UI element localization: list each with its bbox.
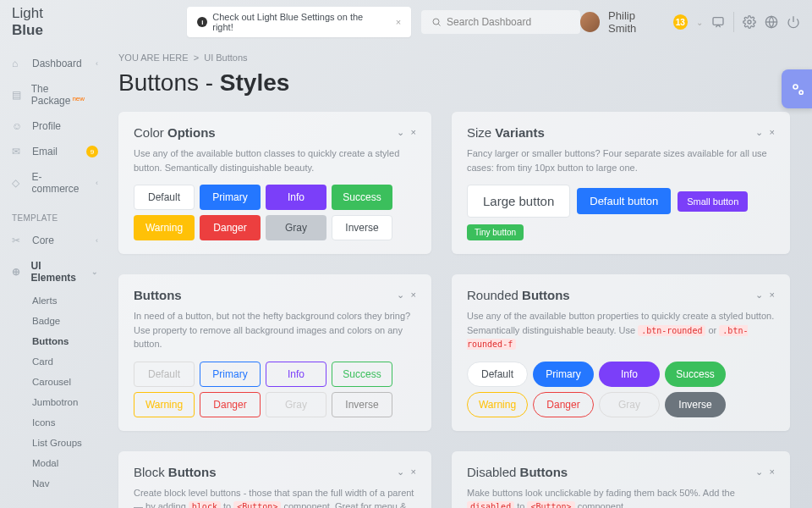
- breadcrumb: YOU ARE HERE > UI Buttons: [118, 52, 790, 63]
- svg-point-3: [748, 20, 751, 24]
- chevron-down-icon[interactable]: ⌄: [755, 290, 763, 301]
- chevron-left-icon: ‹: [96, 59, 98, 68]
- sidebar-section-header: TEMPLATE: [0, 202, 110, 228]
- info-round-button[interactable]: Info: [599, 362, 660, 387]
- sidebar-item-ecommerce[interactable]: ◇E-commerce‹: [0, 164, 110, 202]
- chevron-down-icon[interactable]: ⌄: [696, 18, 703, 27]
- warning-round-button[interactable]: Warning: [467, 392, 528, 417]
- default-button[interactable]: Default: [134, 185, 195, 210]
- email-badge: 9: [86, 146, 98, 157]
- danger-button[interactable]: Danger: [200, 215, 261, 240]
- search-icon: [431, 17, 442, 27]
- sub-item-icons[interactable]: Icons: [0, 412, 110, 433]
- close-icon[interactable]: ×: [411, 290, 416, 301]
- sidebar: ⌂Dashboard‹ ▤The Packagenew ☺Profile ✉Em…: [0, 44, 110, 508]
- gray-outline-button[interactable]: Gray: [266, 392, 326, 417]
- sub-item-modal[interactable]: Modal: [0, 453, 110, 473]
- svg-line-1: [438, 24, 440, 25]
- chevron-down-icon: ⌄: [91, 268, 98, 276]
- info-outline-button[interactable]: Info: [266, 362, 326, 387]
- default-outline-button[interactable]: Default: [134, 362, 195, 387]
- chevron-down-icon[interactable]: ⌄: [397, 467, 404, 478]
- danger-round-button[interactable]: Danger: [533, 392, 594, 417]
- gray-round-button[interactable]: Gray: [599, 392, 660, 417]
- avatar[interactable]: [580, 12, 600, 32]
- svg-point-0: [433, 19, 439, 25]
- success-button[interactable]: Success: [332, 185, 392, 210]
- sub-item-alerts[interactable]: Alerts: [0, 290, 110, 311]
- card-buttons-outline: Buttons⌄× In need of a button, but not t…: [118, 274, 431, 431]
- sub-item-nav[interactable]: Nav: [0, 473, 110, 494]
- close-icon[interactable]: ×: [770, 127, 775, 138]
- card-block-buttons: Block Buttons⌄× Create block level butto…: [118, 451, 431, 509]
- close-icon[interactable]: ×: [411, 127, 416, 138]
- chat-icon[interactable]: [711, 15, 725, 29]
- sub-item-jumbotron[interactable]: Jumbotron: [0, 392, 110, 412]
- card-rounded-buttons: Rounded Buttons⌄× Use any of the availab…: [452, 274, 790, 431]
- warning-button[interactable]: Warning: [134, 215, 195, 240]
- inverse-button[interactable]: Inverse: [332, 215, 392, 240]
- sidebar-item-core[interactable]: ✂Core‹: [0, 228, 110, 253]
- close-icon[interactable]: ×: [411, 467, 416, 478]
- primary-button[interactable]: Primary: [200, 185, 261, 210]
- power-icon[interactable]: [787, 15, 800, 29]
- sidebar-item-profile[interactable]: ☺Profile: [0, 113, 110, 139]
- tools-icon: ✂: [12, 235, 24, 246]
- sidebar-item-package[interactable]: ▤The Packagenew: [0, 76, 110, 113]
- inverse-outline-button[interactable]: Inverse: [332, 392, 392, 417]
- notification-count-badge: 13: [673, 14, 688, 30]
- chevron-down-icon[interactable]: ⌄: [397, 127, 404, 138]
- card-color-options: Color Options⌄× Use any of the available…: [118, 112, 431, 254]
- chevron-left-icon: ‹: [96, 179, 98, 187]
- svg-rect-2: [713, 18, 723, 25]
- close-icon[interactable]: ×: [396, 17, 401, 27]
- settings-notification: i Check out Light Blue Settings on the r…: [187, 7, 411, 37]
- chevron-down-icon[interactable]: ⌄: [397, 290, 404, 301]
- sidebar-item-ui-elements[interactable]: ⊕UI Elements⌄: [0, 253, 110, 290]
- chevron-left-icon: ‹: [96, 236, 98, 245]
- svg-point-8: [799, 91, 803, 94]
- sidebar-item-email[interactable]: ✉Email9: [0, 139, 110, 164]
- globe-icon: ⊕: [12, 266, 23, 278]
- primary-outline-button[interactable]: Primary: [200, 362, 261, 387]
- inverse-round-button[interactable]: Inverse: [665, 392, 726, 417]
- sub-item-list-groups[interactable]: List Groups: [0, 433, 110, 453]
- package-icon: ▤: [12, 89, 23, 101]
- default-size-button[interactable]: Default button: [577, 188, 671, 214]
- close-icon[interactable]: ×: [770, 290, 775, 301]
- sub-item-badge[interactable]: Badge: [0, 311, 110, 331]
- sub-item-buttons[interactable]: Buttons: [0, 331, 110, 351]
- search-input[interactable]: Search Dashboard: [421, 10, 580, 34]
- large-button[interactable]: Large button: [467, 185, 570, 218]
- sidebar-item-dashboard[interactable]: ⌂Dashboard‹: [0, 51, 110, 76]
- chevron-down-icon[interactable]: ⌄: [755, 467, 763, 478]
- gear-icon[interactable]: [743, 15, 756, 29]
- globe-icon[interactable]: [765, 15, 778, 29]
- mail-icon: ✉: [12, 146, 24, 157]
- warning-outline-button[interactable]: Warning: [134, 392, 195, 417]
- success-round-button[interactable]: Success: [665, 362, 726, 387]
- info-button[interactable]: Info: [266, 185, 326, 210]
- chevron-down-icon[interactable]: ⌄: [755, 127, 763, 138]
- app-logo[interactable]: Light Blue: [12, 5, 77, 39]
- info-icon: i: [197, 17, 207, 27]
- small-button[interactable]: Small button: [678, 191, 748, 212]
- svg-point-7: [793, 85, 798, 89]
- gray-button[interactable]: Gray: [266, 215, 326, 240]
- user-icon: ☺: [12, 120, 24, 132]
- sub-item-carousel[interactable]: Carousel: [0, 372, 110, 392]
- home-icon: ⌂: [12, 58, 24, 69]
- user-name[interactable]: Philip Smith: [608, 9, 664, 35]
- sub-item-card[interactable]: Card: [0, 351, 110, 372]
- settings-fab[interactable]: [782, 69, 812, 108]
- diamond-icon: ◇: [12, 177, 23, 189]
- card-size-variants: Size Variants⌄× Fancy larger or smaller …: [452, 112, 790, 254]
- gears-icon: [789, 80, 806, 97]
- default-round-button[interactable]: Default: [467, 362, 528, 387]
- close-icon[interactable]: ×: [770, 467, 775, 478]
- tiny-button[interactable]: Tiny button: [467, 224, 524, 240]
- primary-round-button[interactable]: Primary: [533, 362, 594, 387]
- danger-outline-button[interactable]: Danger: [200, 392, 261, 417]
- success-outline-button[interactable]: Success: [332, 362, 392, 387]
- card-disabled-buttons: Disabled Buttons⌄× Make buttons look unc…: [452, 451, 790, 509]
